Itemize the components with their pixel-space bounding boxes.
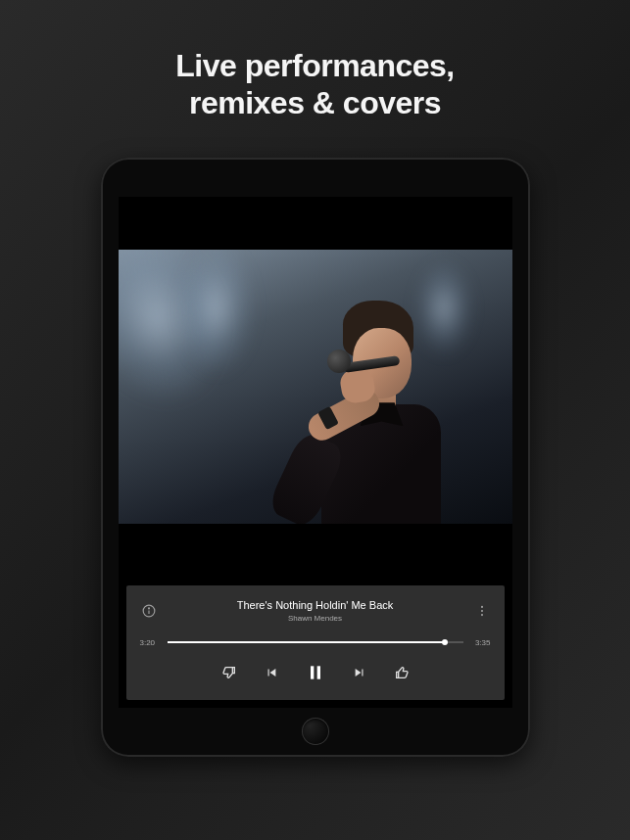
tablet-home-button	[302, 718, 329, 745]
performer-illustration	[292, 289, 468, 524]
dislike-button[interactable]	[221, 665, 237, 680]
svg-point-4	[480, 610, 482, 612]
svg-rect-6	[311, 666, 314, 678]
marketing-headline: Live performances, remixes & covers	[175, 47, 454, 122]
track-info-row: There's Nothing Holdin' Me Back Shawn Me…	[140, 599, 491, 623]
svg-point-2	[148, 608, 149, 609]
video-area[interactable]	[119, 197, 512, 578]
previous-button[interactable]	[265, 666, 278, 679]
svg-point-3	[480, 606, 482, 608]
track-artist: Shawn Mendes	[158, 614, 473, 623]
like-button[interactable]	[394, 665, 410, 680]
track-meta: There's Nothing Holdin' Me Back Shawn Me…	[158, 599, 473, 623]
player-panel: There's Nothing Holdin' Me Back Shawn Me…	[126, 585, 505, 700]
tablet-screen: There's Nothing Holdin' Me Back Shawn Me…	[119, 197, 512, 708]
info-icon[interactable]	[140, 602, 158, 620]
svg-rect-7	[316, 666, 319, 678]
time-elapsed: 3:20	[140, 638, 160, 647]
time-total: 3:35	[471, 638, 491, 647]
seek-bar[interactable]	[168, 641, 463, 643]
track-title: There's Nothing Holdin' Me Back	[158, 599, 473, 611]
svg-point-5	[480, 614, 482, 616]
progress-fill	[168, 641, 446, 643]
next-button[interactable]	[353, 666, 366, 679]
tablet-device-frame: There's Nothing Holdin' Me Back Shawn Me…	[101, 158, 530, 757]
headline-line-1: Live performances,	[175, 47, 454, 84]
progress-row: 3:20 3:35	[140, 638, 491, 647]
more-icon[interactable]	[473, 602, 491, 620]
video-thumbnail	[119, 250, 512, 524]
pause-button[interactable]	[306, 663, 325, 682]
playback-controls	[140, 663, 491, 682]
headline-line-2: remixes & covers	[175, 84, 454, 121]
progress-handle[interactable]	[442, 639, 448, 645]
